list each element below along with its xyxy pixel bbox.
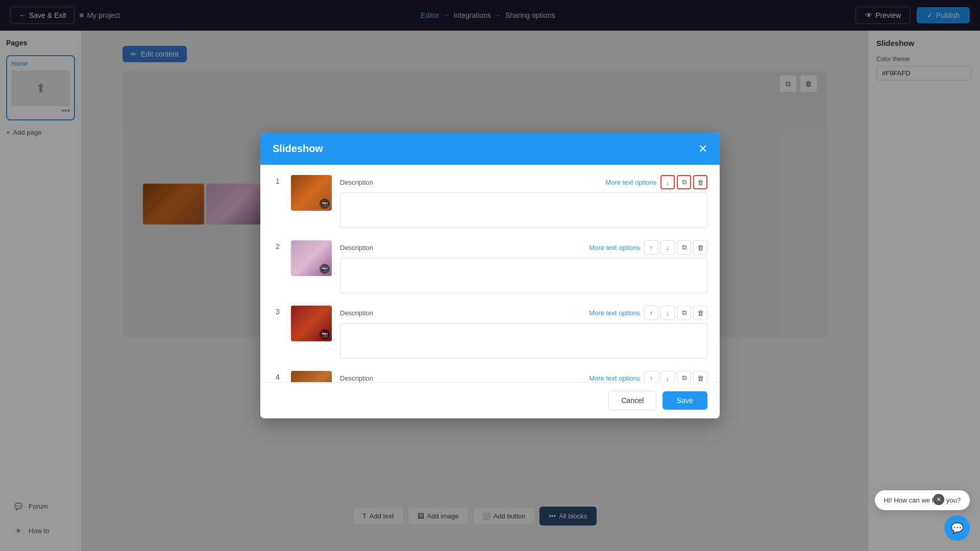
- cancel-button[interactable]: Cancel: [608, 391, 656, 410]
- slide-desc-label-1: Description: [340, 179, 373, 186]
- modal-close-button[interactable]: ✕: [698, 143, 707, 155]
- slide-number-1: 1: [273, 175, 283, 185]
- move-down-button-3[interactable]: ↓: [660, 306, 675, 320]
- slide-image-4[interactable]: 📷: [291, 371, 332, 382]
- slide-header-2: Description More text options ↑ ↓ ⧉ 🗑: [340, 240, 707, 255]
- modal-title: Slideshow: [273, 143, 323, 155]
- modal-footer: Cancel Save: [260, 382, 720, 418]
- slide-action-btns-1: ↓ ⧉ 🗑: [660, 175, 707, 189]
- camera-icon-2: 📷: [320, 264, 330, 274]
- move-up-button-4[interactable]: ↑: [644, 371, 658, 382]
- slide-image-2[interactable]: 📷: [291, 240, 332, 276]
- slide-image-1[interactable]: 📷: [291, 175, 332, 211]
- delete-button-2[interactable]: 🗑: [693, 240, 707, 255]
- slide-options-4: More text options ↑ ↓ ⧉ 🗑: [589, 371, 707, 382]
- slide-row-4: 4 📷 Description More text options ↑ ↓ ⧉: [273, 371, 707, 382]
- save-button[interactable]: Save: [663, 391, 707, 410]
- camera-icon-1: 📷: [320, 198, 330, 209]
- slide-options-1: More text options ↓ ⧉ 🗑: [605, 175, 707, 189]
- modal-overlay[interactable]: Slideshow ✕ 1 📷 Description More text op…: [0, 0, 980, 551]
- slideshow-modal: Slideshow ✕ 1 📷 Description More text op…: [260, 133, 720, 418]
- slide-action-btns-2: ↑ ↓ ⧉ 🗑: [644, 240, 707, 255]
- slide-options-2: More text options ↑ ↓ ⧉ 🗑: [589, 240, 707, 255]
- more-text-options-4[interactable]: More text options: [589, 374, 640, 382]
- slide-textarea-1[interactable]: [340, 192, 707, 228]
- slide-textarea-3[interactable]: [340, 323, 707, 359]
- more-text-options-3[interactable]: More text options: [589, 309, 640, 317]
- slide-image-3[interactable]: 📷: [291, 306, 332, 341]
- slide-content-3: Description More text options ↑ ↓ ⧉ 🗑: [340, 306, 707, 361]
- slide-header-1: Description More text options ↓ ⧉ 🗑: [340, 175, 707, 189]
- more-text-options-1[interactable]: More text options: [605, 179, 656, 186]
- delete-button-4[interactable]: 🗑: [693, 371, 707, 382]
- slide-options-3: More text options ↑ ↓ ⧉ 🗑: [589, 306, 707, 320]
- chat-icon: 💬: [951, 522, 964, 534]
- copy-button-1[interactable]: ⧉: [677, 175, 691, 189]
- slide-number-2: 2: [273, 240, 283, 251]
- chat-close-button[interactable]: ✕: [933, 494, 944, 505]
- slide-header-4: Description More text options ↑ ↓ ⧉ 🗑: [340, 371, 707, 382]
- more-text-options-2[interactable]: More text options: [589, 244, 640, 252]
- slide-number-3: 3: [273, 306, 283, 316]
- slide-textarea-2[interactable]: [340, 258, 707, 293]
- move-up-button-2[interactable]: ↑: [644, 240, 658, 255]
- slide-action-btns-4: ↑ ↓ ⧉ 🗑: [644, 371, 707, 382]
- chat-bubble-button[interactable]: 💬: [944, 515, 970, 541]
- slide-number-4: 4: [273, 371, 283, 381]
- slide-desc-label-3: Description: [340, 309, 373, 317]
- move-up-button-3[interactable]: ↑: [644, 306, 658, 320]
- modal-body: 1 📷 Description More text options ↓ ⧉ 🗑: [260, 165, 720, 382]
- camera-icon-3: 📷: [320, 329, 330, 339]
- delete-button-3[interactable]: 🗑: [693, 306, 707, 320]
- move-down-button-2[interactable]: ↓: [660, 240, 675, 255]
- slide-content-2: Description More text options ↑ ↓ ⧉ 🗑: [340, 240, 707, 295]
- slide-desc-label-4: Description: [340, 374, 373, 382]
- slide-content-1: Description More text options ↓ ⧉ 🗑: [340, 175, 707, 230]
- slide-header-3: Description More text options ↑ ↓ ⧉ 🗑: [340, 306, 707, 320]
- slide-row-2: 2 📷 Description More text options ↑ ↓ ⧉: [273, 240, 707, 295]
- modal-header: Slideshow ✕: [260, 133, 720, 165]
- move-down-button-4[interactable]: ↓: [660, 371, 675, 382]
- slide-desc-label-2: Description: [340, 244, 373, 252]
- slide-action-btns-3: ↑ ↓ ⧉ 🗑: [644, 306, 707, 320]
- move-down-button-1[interactable]: ↓: [660, 175, 675, 189]
- delete-button-1[interactable]: 🗑: [693, 175, 707, 189]
- copy-button-3[interactable]: ⧉: [677, 306, 691, 320]
- slide-content-4: Description More text options ↑ ↓ ⧉ 🗑: [340, 371, 707, 382]
- copy-button-2[interactable]: ⧉: [677, 240, 691, 255]
- chat-tooltip: Hi! How can we help you?: [875, 490, 970, 510]
- copy-button-4[interactable]: ⧉: [677, 371, 691, 382]
- slide-row-1: 1 📷 Description More text options ↓ ⧉ 🗑: [273, 175, 707, 230]
- slide-row-3: 3 📷 Description More text options ↑ ↓ ⧉: [273, 306, 707, 361]
